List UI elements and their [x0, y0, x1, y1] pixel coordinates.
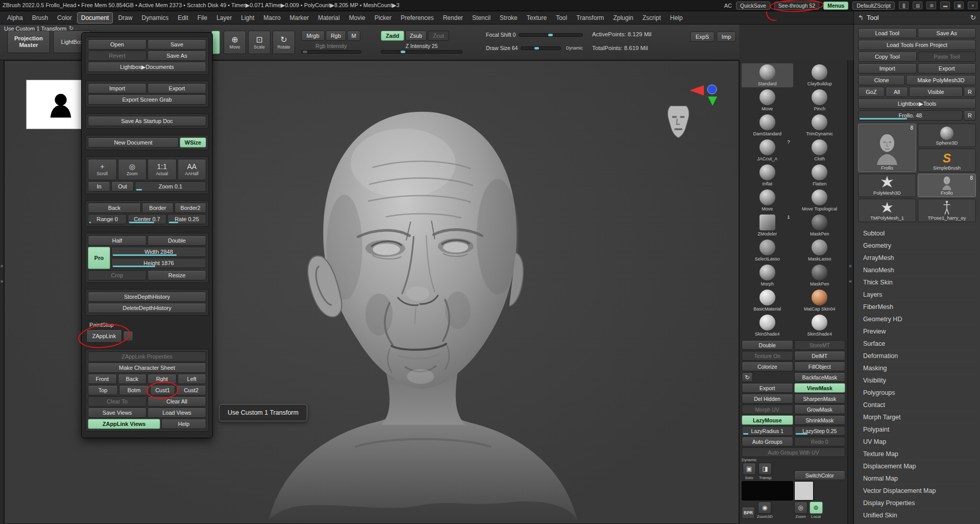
menu-item[interactable]: Preferences [397, 12, 438, 23]
lazyradius-slider[interactable]: LazyRadius 1 [742, 426, 793, 436]
brush-item[interactable]: Move [742, 188, 793, 212]
tool-section-item[interactable]: Subtool [858, 227, 976, 239]
crop-button[interactable]: Crop [88, 270, 146, 280]
solo-button[interactable]: ▣ [743, 463, 756, 475]
rate-slider[interactable]: Rate 0.25 [167, 214, 206, 224]
menu-item[interactable]: Zscript [639, 12, 665, 23]
mrgb-button[interactable]: Mrgb [301, 31, 325, 41]
tool-section-item[interactable]: Vector Displacement Map [858, 484, 976, 496]
shrinkmask-button[interactable]: ShrinkMask [794, 415, 846, 425]
menus-toggle-button[interactable]: Menus [823, 2, 848, 10]
zapplink-button[interactable]: ZAppLink [86, 329, 122, 343]
tool-section-item[interactable]: Preview [858, 325, 976, 337]
import-tool-button[interactable]: Import [858, 63, 917, 74]
menu-item[interactable]: Draw [114, 12, 136, 23]
export-tool-button[interactable]: Export [918, 63, 976, 74]
paste-tool-button[interactable]: Paste Tool [918, 52, 976, 62]
view-front-button[interactable]: Front [88, 374, 117, 384]
polymesh-head-icon[interactable] [666, 104, 691, 139]
aahalf-button[interactable]: AA AAHalf [178, 159, 207, 180]
switchcolor-button[interactable]: SwitchColor [794, 470, 846, 480]
double-button[interactable]: Double [742, 340, 793, 350]
load-views-button[interactable]: Load Views [148, 408, 206, 418]
load-tool-button[interactable]: Load Tool [858, 28, 917, 38]
brush-item[interactable]: MaskPen [794, 213, 846, 237]
doc-export-button[interactable]: Export [148, 83, 206, 93]
clone-button[interactable]: Clone [858, 75, 905, 85]
brush-item[interactable]: BasicMaterial [742, 289, 793, 313]
default-zscript-button[interactable]: DefaultZScript [852, 2, 895, 10]
goz-r-button[interactable]: R [964, 87, 976, 97]
menu-item[interactable]: Movie [345, 12, 370, 23]
tool-section-item[interactable]: Polypaint [858, 423, 976, 435]
lazystep-slider[interactable]: LazyStep 0.25 [794, 426, 846, 436]
tool-thumb-sphere3d[interactable]: Sphere3D [918, 124, 976, 147]
brush-item[interactable]: ClayBuildup [794, 63, 846, 87]
menu-item[interactable]: Alpha [3, 12, 27, 23]
menu-item[interactable]: Edit [174, 12, 192, 23]
tool-section-item[interactable]: NanoMesh [858, 264, 976, 276]
scale-mode-button[interactable]: ⊡ Scale [248, 31, 271, 54]
width-slider[interactable]: Width 2848 [111, 247, 206, 257]
tool-section-item[interactable]: ArrayMesh [858, 251, 976, 264]
tool-section-item[interactable]: Geometry [858, 239, 976, 251]
secondary-color-swatch[interactable] [794, 481, 814, 501]
viewmask-button[interactable]: ViewMask [794, 383, 846, 393]
menu-item[interactable]: Document [77, 12, 113, 23]
menu-item[interactable]: Stencil [468, 12, 495, 23]
tool-section-item[interactable]: Texture Map [858, 447, 976, 460]
lightbox-tools-button[interactable]: Lightbox▶Tools [858, 99, 976, 109]
zoom-value-slider[interactable]: Zoom 0.1 [135, 181, 206, 192]
tool-thumb-frollo-large[interactable]: 8 Frollo [858, 124, 916, 172]
menu-item[interactable]: Tool [552, 12, 571, 23]
goz-visible-button[interactable]: Visible [909, 87, 963, 97]
brush-item[interactable]: Standard [742, 63, 793, 87]
border-button[interactable]: Border [142, 203, 174, 213]
save-as-tool-button[interactable]: Save As [918, 28, 976, 38]
z-intensity-slider[interactable]: Z Intensity 25 [381, 43, 462, 54]
storemt-button[interactable]: StoreMT [794, 340, 846, 350]
menu-item[interactable]: Layer [212, 12, 236, 23]
resize-button[interactable]: Resize [148, 270, 206, 280]
fillobject-button[interactable]: FillObject [794, 362, 846, 371]
lightbox-documents-button[interactable]: Lightbox▶Documents [88, 62, 206, 72]
pro-button[interactable]: Pro [88, 247, 110, 269]
draw-size-slider[interactable]: Draw Size 64 Dynamic [486, 45, 583, 51]
half-button[interactable]: Half [88, 235, 146, 246]
backfacemask-button[interactable]: BackfaceMask [794, 372, 846, 382]
tool-section-item[interactable]: FiberMesh [858, 300, 976, 313]
brush-item[interactable]: DamStandard [742, 113, 793, 137]
brush-item[interactable]: TrimDynamic [794, 113, 846, 137]
close-icon[interactable]: × [968, 2, 977, 9]
sharpenmask-button[interactable]: SharpenMask [794, 394, 846, 403]
imp-button[interactable]: Imp [717, 32, 736, 42]
tool-section-item[interactable]: UV Map [858, 435, 976, 447]
tool-refresh-icon[interactable]: ↻ [970, 14, 976, 21]
bpr-button[interactable]: BPR [742, 507, 755, 519]
zoom3d-button[interactable]: ◉ [758, 502, 771, 514]
menu-item[interactable]: Render [439, 12, 467, 23]
zoom-nav-button[interactable]: ◎ [794, 502, 807, 514]
scroll-button[interactable]: + Scroll [88, 159, 117, 180]
growmask-button[interactable]: GrowMask [794, 404, 846, 414]
tool-r-button[interactable]: R [964, 110, 976, 121]
tool-section-item[interactable]: Deformation [858, 349, 976, 362]
brush-item[interactable]: Move Topological [794, 188, 846, 212]
tool-section-item[interactable]: Polygroups [858, 386, 976, 398]
expand-left-tray-icon[interactable]: » [0, 264, 4, 269]
morph-uv-button[interactable]: Morph UV [742, 404, 793, 414]
export-mask-button[interactable]: Export [742, 383, 793, 393]
tool-section-item[interactable]: Visibility [858, 374, 976, 386]
zapplink-properties-header[interactable]: ZAppLink Properties [88, 351, 206, 362]
load-tools-from-project-button[interactable]: Load Tools From Project [858, 40, 976, 50]
axis-gizmo[interactable] [689, 83, 724, 107]
save-views-button[interactable]: Save Views [88, 408, 146, 418]
interface-columns-icon[interactable]: |||| [899, 2, 909, 9]
m-button[interactable]: M [347, 31, 360, 41]
brush-item[interactable]: Morph [742, 264, 793, 288]
revert-button[interactable]: Revert [88, 51, 146, 61]
tool-section-item[interactable]: Contact [858, 398, 976, 411]
tool-thumb-polymesh3d[interactable]: PolyMesh3D [858, 174, 916, 197]
brush-item[interactable]: SkinShade4 [794, 314, 846, 338]
main-color-swatch[interactable] [742, 481, 793, 501]
